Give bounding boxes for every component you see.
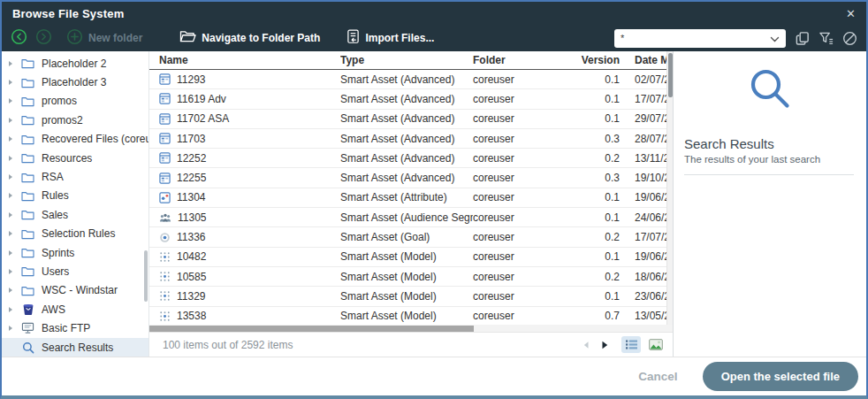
sidebar-item-resources[interactable]: Resources [2,149,148,167]
expand-chevron-icon[interactable] [9,212,12,218]
table-row[interactable]: 11304 Smart Asset (Attribute) coreuser 0… [149,188,673,208]
table-row[interactable]: 11619 Adv Smart Asset (Advanced) coreuse… [149,89,673,109]
file-version: 0.2 [581,152,620,165]
expand-chevron-icon[interactable] [9,61,12,66]
circle-slash-icon[interactable] [842,31,857,46]
table-row[interactable]: 11702 ASA Smart Asset (Advanced) coreuse… [149,110,673,129]
expand-chevron-icon[interactable] [9,156,12,161]
thumbnail-view-icon[interactable] [646,336,666,353]
table-row[interactable]: 11305 Smart Asset (Audience Segment) cor… [149,208,673,227]
sidebar-item-wsc-windstar[interactable]: WSC - Windstar [2,281,148,300]
file-type: Smart Asset (Audience Segment) [340,211,473,224]
expand-chevron-icon[interactable] [9,118,12,123]
sidebar-item-promos2[interactable]: promos2 [2,111,148,129]
file-date-modified: 23/06/2 [620,290,673,303]
forward-button[interactable] [35,28,52,49]
copy-pages-icon[interactable] [795,31,811,46]
dialog-title: Browse File System [12,7,124,20]
close-icon[interactable]: ✕ [846,8,856,19]
sidebar-item-placeholder-3[interactable]: Placeholder 3 [2,73,148,91]
sidebar-item-users[interactable]: Users [2,262,148,280]
file-name: 11703 [177,133,205,145]
search-icon [674,65,866,111]
list-view-icon[interactable] [621,336,641,353]
table-row[interactable]: 11703 Smart Asset (Advanced) coreuser 0.… [149,129,673,149]
previous-page-icon[interactable] [580,339,592,351]
table-row[interactable]: 11329 Smart Asset (Model) coreuser 0.1 2… [149,287,673,306]
expand-chevron-icon[interactable] [9,136,12,142]
folder-icon [20,114,35,126]
new-folder-label: New folder [88,32,142,44]
file-name: 10482 [177,250,206,263]
file-folder: coreuser [473,271,581,283]
back-button[interactable] [11,28,27,49]
table-row[interactable]: 11293 Smart Asset (Advanced) coreuser 0.… [149,70,673,89]
sidebar-item-rules[interactable]: Rules [2,187,148,205]
column-header-folder[interactable]: Folder [473,54,581,66]
sidebar-scrollbar-thumb[interactable] [144,250,148,302]
dialog-footer: Cancel Open the selected file [2,357,866,395]
table-row[interactable]: 12252 Smart Asset (Advanced) coreuser 0.… [149,149,673,168]
new-folder-button[interactable]: New folder [66,28,142,49]
sidebar-item-aws[interactable]: AWS [2,300,148,318]
open-selected-file-button[interactable]: Open the selected file [703,362,858,391]
table-row[interactable]: 13538 Smart Asset (Model) coreuser 0.7 1… [149,307,673,325]
table-row[interactable]: 10482 Smart Asset (Model) coreuser 0.1 1… [149,248,673,267]
expand-chevron-icon[interactable] [9,288,12,293]
expand-chevron-icon[interactable] [9,80,12,85]
folder-icon [20,265,35,277]
file-type: Smart Asset (Advanced) [340,172,473,184]
expand-chevron-icon[interactable] [9,174,12,180]
expand-chevron-icon[interactable] [9,231,12,236]
search-icon [20,341,35,354]
table-vertical-scrollbar-thumb[interactable] [668,53,673,97]
ftp-icon [20,322,35,334]
expand-chevron-icon[interactable] [9,326,12,331]
file-table-area: Name Type Folder Version Date Mo 11293 S… [149,51,673,357]
table-row[interactable]: 11336 Smart Asset (Goal) coreuser 0.2 17… [149,227,673,247]
sidebar-item-recovered-files-coreuser[interactable]: Recovered Files (coreuser) [2,130,148,149]
table-vertical-scrollbar[interactable] [666,51,673,325]
file-version: 0.3 [581,172,620,184]
table-horizontal-scrollbar-thumb[interactable] [149,326,474,332]
file-version: 0.1 [581,73,620,86]
sidebar-item-sprints[interactable]: Sprints [2,243,148,262]
expand-chevron-icon[interactable] [9,98,12,104]
file-folder: coreuser [473,93,581,105]
import-files-button[interactable]: Import Files... [346,29,434,48]
sidebar-item-basic-ftp[interactable]: Basic FTP [2,318,148,337]
sidebar-item-sales[interactable]: Sales [2,205,148,224]
expand-chevron-icon[interactable] [9,193,12,198]
column-header-version[interactable]: Version [581,54,620,66]
next-page-icon[interactable] [598,339,611,351]
sidebar-item-search-results[interactable]: Search Results [2,338,148,357]
table-row[interactable]: 10585 Smart Asset (Model) coreuser 0.2 1… [149,267,673,287]
sidebar-item-label: Search Results [42,341,113,354]
filter-funnel-icon[interactable] [819,31,834,46]
navigate-to-folder-path-button[interactable]: Navigate to Folder Path [179,29,320,47]
sidebar-item-label: Placeholder 3 [42,76,106,88]
table-horizontal-scrollbar[interactable] [149,325,673,332]
title-bar: Browse File System ✕ [2,2,866,25]
column-header-date-modified[interactable]: Date Mo [620,54,673,66]
model-icon [159,271,171,282]
sidebar-item-rsa[interactable]: RSA [2,167,148,186]
file-date-modified: 18/06/2 [620,271,673,283]
file-type: Smart Asset (Model) [340,250,473,263]
column-header-name[interactable]: Name [149,54,340,66]
column-header-type[interactable]: Type [340,54,473,66]
sidebar-item-placeholder-2[interactable]: Placeholder 2 [2,54,148,73]
cancel-button[interactable]: Cancel [638,370,677,383]
expand-chevron-icon[interactable] [9,250,12,256]
file-filter-combobox[interactable]: * [614,29,786,48]
expand-chevron-icon[interactable] [9,269,12,274]
sidebar-item-selection-rules[interactable]: Selection Rules [2,225,148,243]
file-name: 11619 Adv [177,93,226,105]
dialog-content: Placeholder 2 Placeholder 3 promos promo… [2,51,866,357]
expand-chevron-icon[interactable] [9,307,12,312]
file-folder: coreuser [473,112,581,125]
advanced-icon [159,113,171,125]
sidebar-item-promos[interactable]: promos [2,92,148,111]
table-row[interactable]: 12255 Smart Asset (Advanced) coreuser 0.… [149,168,673,188]
file-name: 11304 [177,191,205,203]
